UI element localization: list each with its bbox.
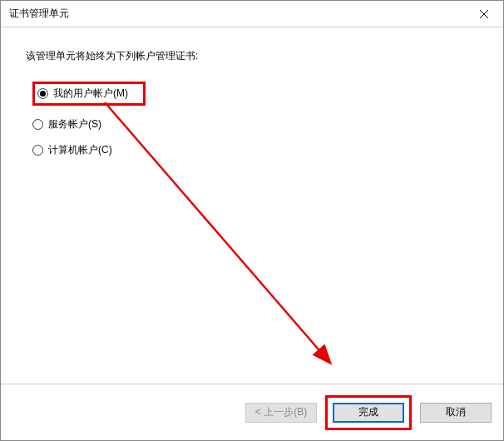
finish-button[interactable]: 完成 bbox=[333, 403, 404, 423]
radio-label: 计算机帐户(C) bbox=[48, 143, 112, 157]
radio-icon bbox=[32, 119, 43, 130]
radio-label: 服务帐户(S) bbox=[48, 117, 101, 131]
radio-service-account[interactable]: 服务帐户(S) bbox=[32, 117, 478, 131]
description-text: 该管理单元将始终为下列帐户管理证书: bbox=[26, 49, 478, 63]
titlebar: 证书管理单元 bbox=[1, 1, 503, 27]
window-title: 证书管理单元 bbox=[9, 7, 69, 21]
radio-my-user-account[interactable]: 我的用户帐户(M) bbox=[37, 87, 128, 101]
radio-label: 我的用户帐户(M) bbox=[53, 87, 128, 101]
radio-computer-account[interactable]: 计算机帐户(C) bbox=[32, 143, 478, 157]
close-icon bbox=[480, 10, 488, 18]
cancel-button[interactable]: 取消 bbox=[420, 403, 492, 423]
close-button[interactable] bbox=[465, 1, 503, 27]
highlight-finish-button: 完成 bbox=[325, 395, 412, 430]
content-area: 该管理单元将始终为下列帐户管理证书: 我的用户帐户(M) 服务帐户(S) 计算机… bbox=[1, 27, 503, 384]
radio-icon bbox=[32, 145, 43, 156]
back-button: < 上一步(B) bbox=[245, 403, 317, 423]
highlight-my-user-account: 我的用户帐户(M) bbox=[32, 82, 146, 106]
footer: < 上一步(B) 完成 取消 bbox=[1, 384, 503, 440]
radio-group: 服务帐户(S) 计算机帐户(C) bbox=[26, 117, 478, 157]
radio-icon bbox=[37, 88, 48, 99]
